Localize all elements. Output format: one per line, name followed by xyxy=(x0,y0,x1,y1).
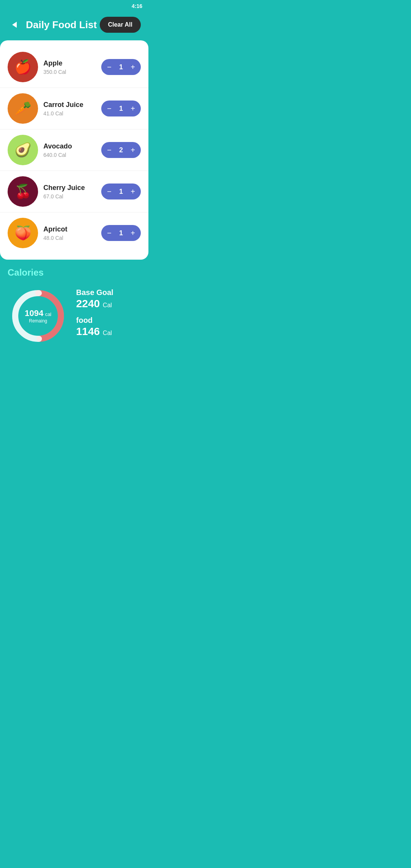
food-info-avocado: Avocado 640.0 Cal xyxy=(43,142,96,158)
food-item-apricot: 🍑 Apricot 48.0 Cal − 1 + xyxy=(0,212,148,254)
food-name-cherry-juice: Cherry Juice xyxy=(43,184,96,192)
food-image-carrot-juice: 🥕 xyxy=(8,93,38,124)
food-info-cherry-juice: Cherry Juice 67.0 Cal xyxy=(43,184,96,199)
calories-section: Calories 1094 cal Remaing Base Goal xyxy=(0,260,148,362)
quantity-control-cherry-juice: − 1 + xyxy=(101,183,141,199)
clear-all-button[interactable]: Clear All xyxy=(100,17,141,33)
increase-btn-apple[interactable]: + xyxy=(126,61,139,73)
food-value: 1146 Cal xyxy=(76,326,141,338)
food-item-carrot-juice: 🥕 Carrot Juice 41.0 Cal − 1 + xyxy=(0,88,148,129)
base-goal-label: Base Goal xyxy=(76,288,141,297)
quantity-control-apple: − 1 + xyxy=(101,59,141,75)
food-name-apple: Apple xyxy=(43,59,96,67)
donut-center: 1094 cal Remaing xyxy=(25,308,51,324)
base-goal-row: Base Goal 2240 Cal xyxy=(76,288,141,310)
qty-value-avocado: 2 xyxy=(116,146,126,154)
header-left: Daily Food List xyxy=(8,18,97,32)
back-arrow-icon xyxy=(12,22,17,28)
calories-content: 1094 cal Remaing Base Goal 2240 Cal food… xyxy=(8,286,141,346)
qty-value-apricot: 1 xyxy=(116,229,126,237)
increase-btn-avocado[interactable]: + xyxy=(126,144,139,156)
food-item-avocado: 🥑 Avocado 640.0 Cal − 2 + xyxy=(0,129,148,171)
food-name-avocado: Avocado xyxy=(43,142,96,150)
food-cal-cherry-juice: 67.0 Cal xyxy=(43,193,96,199)
food-name-carrot-juice: Carrot Juice xyxy=(43,101,96,109)
donut-remaining-label: Remaing xyxy=(25,318,51,324)
decrease-btn-cherry-juice[interactable]: − xyxy=(103,185,116,198)
quantity-control-avocado: − 2 + xyxy=(101,142,141,158)
food-item-apple: 🍎 Apple 350.0 Cal − 1 + xyxy=(0,46,148,88)
food-name-apricot: Apricot xyxy=(43,225,96,233)
qty-value-apple: 1 xyxy=(116,63,126,71)
header: Daily Food List Clear All xyxy=(0,12,148,40)
quantity-control-apricot: − 1 + xyxy=(101,225,141,241)
food-cal-carrot-juice: 41.0 Cal xyxy=(43,110,96,116)
base-goal-value: 2240 Cal xyxy=(76,298,141,310)
food-image-apple: 🍎 xyxy=(8,52,38,82)
status-bar: 4:16 xyxy=(0,0,148,12)
qty-value-cherry-juice: 1 xyxy=(116,188,126,196)
qty-value-carrot-juice: 1 xyxy=(116,105,126,113)
decrease-btn-avocado[interactable]: − xyxy=(103,144,116,156)
calories-info: Base Goal 2240 Cal food 1146 Cal xyxy=(76,288,141,344)
back-button[interactable] xyxy=(8,18,21,32)
food-row: food 1146 Cal xyxy=(76,316,141,338)
donut-chart: 1094 cal Remaing xyxy=(8,286,68,346)
donut-cal-value: 1094 cal xyxy=(25,308,51,318)
page-title: Daily Food List xyxy=(26,19,97,31)
food-item-cherry-juice: 🍒 Cherry Juice 67.0 Cal − 1 + xyxy=(0,171,148,212)
food-info-carrot-juice: Carrot Juice 41.0 Cal xyxy=(43,101,96,116)
food-info-apricot: Apricot 48.0 Cal xyxy=(43,225,96,241)
quantity-control-carrot-juice: − 1 + xyxy=(101,101,141,116)
calories-title: Calories xyxy=(8,267,141,278)
food-image-cherry-juice: 🍒 xyxy=(8,176,38,207)
food-image-avocado: 🥑 xyxy=(8,135,38,165)
food-image-apricot: 🍑 xyxy=(8,218,38,248)
food-cal-apple: 350.0 Cal xyxy=(43,69,96,75)
increase-btn-apricot[interactable]: + xyxy=(126,227,139,239)
increase-btn-carrot-juice[interactable]: + xyxy=(126,102,139,115)
food-cal-apricot: 48.0 Cal xyxy=(43,235,96,241)
status-time: 4:16 xyxy=(132,3,142,9)
decrease-btn-carrot-juice[interactable]: − xyxy=(103,102,116,115)
food-cal-avocado: 640.0 Cal xyxy=(43,152,96,158)
food-list-container: 🍎 Apple 350.0 Cal − 1 + 🥕 Carrot Juice 4… xyxy=(0,40,148,260)
food-label: food xyxy=(76,316,141,325)
decrease-btn-apricot[interactable]: − xyxy=(103,227,116,239)
increase-btn-cherry-juice[interactable]: + xyxy=(126,185,139,198)
decrease-btn-apple[interactable]: − xyxy=(103,61,116,73)
food-info-apple: Apple 350.0 Cal xyxy=(43,59,96,75)
